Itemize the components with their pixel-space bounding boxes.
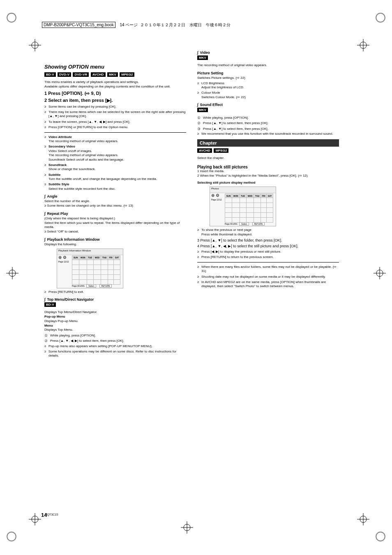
note-item: Press [OPTION] or [RETURN] to exit the O… <box>44 125 186 129</box>
enum-item: ②Press [▲, ▼, ◀, ▶] to select item, then… <box>44 339 186 343</box>
note-item: Press [RETURN] to exit. <box>44 290 186 294</box>
divider <box>44 132 186 133</box>
tag-avchd: AVCHD <box>197 148 212 153</box>
panel-footer: Page 001/001 Select RETURN <box>225 223 267 225</box>
left-column: Showing OPTION menu BD-V DVD-V DVD-VR AV… <box>44 64 186 359</box>
note-item: Shooting date may not be displayed on so… <box>197 275 339 279</box>
cal2-note: To show the previous or next page Press … <box>197 228 339 237</box>
sub-video: ∫Video <box>197 51 339 55</box>
step-3: 3 Press [▲, ▼] to select the folder, the… <box>197 238 339 242</box>
panel-side: ⊕ ⚙ Page 12/12 <box>211 193 223 201</box>
playback-info-panel: Playback Information Window ⊕ ⚙ Page 12/… <box>57 249 123 288</box>
list-item: SubtitleTurn the subtitle on/off, and ch… <box>44 173 186 182</box>
select-button[interactable]: Select <box>86 284 96 288</box>
svg-point-3 <box>376 532 385 541</box>
note-item: Pop-up menu also appears when setting [P… <box>44 344 186 348</box>
vqt-code: VQT3C15 <box>45 513 58 516</box>
register-mark-icon <box>374 267 386 280</box>
sub-angle-text: Select the number of the angle. ≥ Some i… <box>44 199 186 208</box>
still-heading: Playing back still pictures <box>197 165 339 169</box>
enum-item: ③Press [▲, ▼] to select item, then press… <box>197 127 339 131</box>
register-mark-icon <box>181 521 193 534</box>
tag-dvdvr: DVD-VR <box>73 72 89 77</box>
format-tags: AVCHD MPEG2 <box>197 148 339 153</box>
panel-footer: Page 001/001 Select RETURN <box>72 285 114 287</box>
crop-mark-icon <box>6 531 17 543</box>
sub-repeat-text: (Only when the elapsed time is being dis… <box>44 216 186 234</box>
tag-mpeg2: MPEG2 <box>120 72 134 77</box>
sel-label: Selecting still picture display method <box>197 181 339 185</box>
select-button[interactable]: Select <box>239 222 249 226</box>
sound-note: We recommend that you use this function … <box>197 132 339 136</box>
chapter-bar: Chapter <box>197 139 339 147</box>
play-icon: ⊕ ⚙ <box>211 193 223 198</box>
note-item: Some items can be changed by pressing [O… <box>44 105 186 109</box>
tag-mpeg2: MPEG2 <box>214 148 228 153</box>
tag-mkv: MKV <box>197 108 208 112</box>
tag-row: MKV <box>197 55 339 60</box>
return-button[interactable]: RETURN <box>99 284 112 288</box>
enum-item: ①While playing, press [OPTION]. <box>197 115 339 120</box>
sub-pop-heading: Pop-up Menu <box>44 315 186 319</box>
note-item: Press [RETURN] to return to the previous… <box>197 255 339 259</box>
note-item: Some functions operations may be differe… <box>44 350 186 358</box>
calendar-grid: SUNMONTUEWEDTHUFRISAT <box>225 193 273 223</box>
sub-sound: ∫Sound Effect <box>197 103 339 107</box>
panel-title: Photos <box>210 187 276 193</box>
tag-avchd: AVCHD <box>91 72 106 77</box>
after-enum-notes: Pop-up menu also appears when setting [P… <box>44 344 186 358</box>
sound-enum: ①While playing, press [OPTION]. ②Press [… <box>197 115 339 131</box>
play-icon: ⊕ ⚙ <box>58 256 70 260</box>
note-item: To leave the screen, press [▲, ▼, ◀, ▶] … <box>44 120 186 124</box>
sub-picture: Picture Setting <box>197 71 339 75</box>
svg-point-0 <box>7 13 16 22</box>
panel-title: Playback Information Window <box>57 249 123 255</box>
panel-side: ⊕ ⚙ Page 12/12 <box>58 256 70 263</box>
side-info: Page 12/12 <box>211 198 223 201</box>
page-header: DMP-B200P&PC-VQT3C15_eng.book 14 ページ ２０１… <box>42 22 231 28</box>
register-mark-icon <box>6 267 18 280</box>
items-list: Video AttributeThe recording method of o… <box>44 135 186 191</box>
step-4: 4 Press [▲, ▼, ◀, ▶] to select the still… <box>197 244 339 248</box>
tag-row: MKV <box>197 108 339 112</box>
sub-pop-text: Displays Pop-up Menu. <box>44 319 186 324</box>
tag-dvdv: DVD-V <box>58 72 71 77</box>
step-2: 2 Select an item, then press [▶]. <box>44 98 186 103</box>
sub-menu-heading: Menu <box>44 324 186 328</box>
sub-angle: ∫Angle <box>44 194 186 198</box>
list-item: Secondary VideoVideo Select on/off of im… <box>44 145 186 162</box>
tag-mkv: MKV <box>107 72 118 77</box>
register-mark-icon <box>29 513 41 526</box>
side-info: Page 12/12 <box>58 260 70 263</box>
still-steps: 1 Insert the media. 2 When the "Photos" … <box>197 169 339 178</box>
tag-bdv: BD-V <box>44 302 56 307</box>
svg-point-2 <box>7 532 16 541</box>
sub-playback-text: Displays the following. <box>44 242 186 247</box>
format-tags: BD-V DVD-V DVD-VR AVCHD MKV MPEG2 <box>44 72 186 77</box>
register-mark-icon <box>29 39 41 52</box>
sub-picture-text: Switches Picture settings. (⇨ 22) <box>197 76 339 81</box>
intro-text: This menu enables a variety of playback … <box>44 80 186 89</box>
svg-point-1 <box>376 13 385 22</box>
note-item: We recommend that you use this function … <box>197 132 339 136</box>
chapter-text: Select the chapter. <box>197 156 339 161</box>
notes-list: Some items can be changed by pressing [O… <box>44 105 186 130</box>
section-heading: Showing OPTION menu <box>44 64 186 70</box>
tag-row: BD-V <box>44 302 186 307</box>
note-item: When there are many files and/or folders… <box>197 265 339 274</box>
note-item: LCD Brightness Adjust the brightness of … <box>197 81 339 90</box>
enum-item: ②Press [▲, ▼] to select item, then press… <box>197 121 339 125</box>
return-button[interactable]: RETURN <box>252 222 265 226</box>
note-item: In AVCHD and MPEG2 are on the same media… <box>197 280 339 289</box>
sub-playback-window: ∫Playback Information Window <box>44 237 186 242</box>
sub-repeat: ∫Repeat Play <box>44 212 186 216</box>
right-column: ∫Video MKV The recording method of origi… <box>197 47 339 290</box>
note-item: Colour Mode Switches Colour Mode. (⇨ 22) <box>197 91 339 99</box>
step-1: 1 Press [OPTION]. (⇨ 9, D) <box>44 91 186 96</box>
tag-bdv: BD-V <box>44 72 56 77</box>
tag-mkv: MKV <box>197 55 208 60</box>
crop-mark-icon <box>375 12 386 24</box>
list-item: Subtitle StyleSelect the subtitle style … <box>44 182 186 191</box>
divider <box>197 262 339 263</box>
sub-menu-text: Displays Top Menu. <box>44 328 186 332</box>
